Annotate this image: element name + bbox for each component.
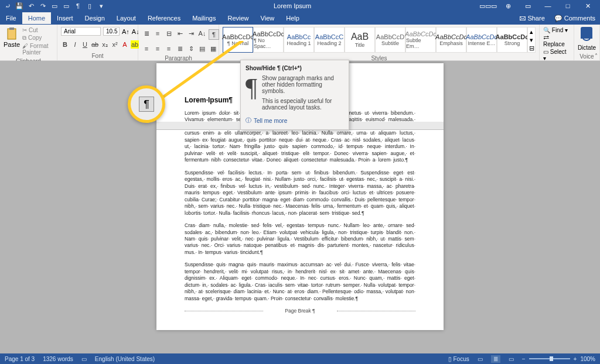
paragraph-text[interactable]: Cras· diam· nulla,· molestie· sed· felis… (185, 222, 415, 256)
paste-button[interactable]: Paste (4, 27, 20, 48)
qat-icon[interactable]: ▭ (62, 2, 70, 10)
tab-insert[interactable]: Insert (51, 12, 79, 24)
select-button[interactable]: ▭ Select ▾ (543, 49, 570, 61)
align-right-button[interactable]: ≡ (164, 44, 173, 53)
bullets-button[interactable]: ≣ (142, 29, 151, 37)
show-hide-button[interactable]: ¶ (209, 29, 219, 40)
style-intense[interactable]: AaBbCcDcIntense E… (466, 27, 497, 53)
status-bar: Page 1 of 3 1326 words ▭ English (United… (0, 353, 600, 364)
format-painter-button[interactable]: 🖌 Format Painter (22, 43, 53, 56)
qat-icon[interactable]: ▯ (86, 2, 94, 10)
justify-button[interactable]: ≣ (175, 44, 185, 53)
ribbon-tabs: File Home Insert Design Layout Reference… (0, 12, 600, 25)
style-subtleem[interactable]: AaBbCcDcSubtle Em… (405, 27, 436, 53)
save-icon[interactable]: 💾 (15, 2, 23, 10)
ribbon-display-icon[interactable]: ▭ (520, 2, 536, 10)
font-size-combo[interactable]: 10.5 (103, 27, 120, 36)
tab-references[interactable]: References (142, 12, 186, 24)
font-name-combo[interactable]: Arial (61, 27, 101, 36)
line-spacing-button[interactable]: ⇕ (186, 44, 196, 53)
tab-design[interactable]: Design (79, 12, 111, 24)
dictate-button[interactable]: Dictate (578, 27, 596, 51)
grow-font-icon[interactable]: A↑ (122, 28, 129, 35)
zoom-level[interactable]: 100% (580, 356, 595, 362)
close-icon[interactable]: ✕ (580, 2, 595, 10)
share-button[interactable]: 🖂 Share (514, 12, 549, 24)
styles-more-button[interactable]: ▴▾⊟ (527, 27, 536, 53)
style-heading2[interactable]: AaBbCcCHeading 2 (314, 27, 345, 53)
tab-mailings[interactable]: Mailings (186, 12, 221, 24)
style-normal[interactable]: AaBbCcDc¶ Normal (223, 27, 253, 53)
account-icon[interactable]: ▭▭▭ (480, 2, 496, 10)
word-count[interactable]: 1326 words (43, 356, 73, 362)
qat-icon[interactable]: ▭ (50, 2, 59, 10)
tab-file[interactable]: File (0, 12, 22, 24)
find-button[interactable]: 🔍 Find ▾ (543, 27, 570, 33)
pilcrow-qat-icon[interactable]: ¶ (74, 2, 82, 10)
document-title: Lorem Ipsum (109, 2, 476, 9)
style-emphasis[interactable]: AaBbCcDcEmphasis (436, 27, 466, 53)
style-title[interactable]: AaBTitle (345, 27, 375, 53)
autosave-icon[interactable]: ⤾ (4, 2, 12, 10)
ribbon-options-icon[interactable]: ⊕ (500, 2, 516, 10)
focus-mode-button[interactable]: ▯ Focus (448, 356, 469, 362)
italic-button[interactable]: I (71, 40, 79, 49)
zoom-out-icon[interactable]: − (522, 356, 526, 362)
replace-button[interactable]: ⮂ Replace (543, 35, 570, 47)
align-center-button[interactable]: ≡ (153, 44, 162, 53)
style-heading1[interactable]: AaBbCcHeading 1 (284, 27, 314, 53)
tell-me-more-link[interactable]: ⓘ Tell me more (246, 116, 344, 125)
spell-check-icon[interactable]: ▭ (81, 356, 87, 362)
zoom-control[interactable]: − + 100% (522, 356, 595, 362)
strike-button[interactable]: ab (91, 40, 99, 49)
ribbon: Paste ✂ Cut ⧉ Copy 🖌 Format Painter Clip… (0, 25, 600, 61)
numbering-button[interactable]: ≡ (153, 29, 162, 37)
increase-indent-button[interactable]: ⇥ (186, 29, 196, 37)
styles-gallery[interactable]: AaBbCcDc¶ Normal AaBbCcDc¶ No Spac… AaBb… (223, 27, 536, 53)
window-buttons: ▭▭▭ ⊕ ▭ — □ ✕ (476, 2, 600, 10)
language-status[interactable]: English (United States) (95, 356, 155, 362)
copy-button[interactable]: ⧉ Copy (22, 35, 53, 42)
view-read-icon[interactable]: ▭ (478, 356, 483, 362)
tab-home[interactable]: Home (22, 12, 51, 24)
bold-button[interactable]: B (61, 40, 69, 49)
qat-more-icon[interactable]: ▾ (97, 2, 105, 10)
paste-icon (5, 27, 19, 41)
decrease-indent-button[interactable]: ⇤ (175, 29, 185, 37)
collapse-ribbon-icon[interactable]: ˄ (595, 53, 598, 59)
subscript-button[interactable]: x₂ (101, 40, 109, 49)
zoom-slider[interactable] (529, 358, 570, 359)
style-strong[interactable]: AaBbCcDcStrong (497, 27, 527, 53)
undo-icon[interactable]: ↶ (27, 2, 35, 10)
group-font-label: Font (57, 53, 138, 60)
maximize-icon[interactable]: □ (560, 2, 575, 10)
tab-help[interactable]: Help (280, 12, 305, 24)
align-left-button[interactable]: ≡ (142, 44, 151, 53)
view-web-icon[interactable]: ▭ (509, 356, 514, 362)
tab-view[interactable]: View (255, 12, 281, 24)
view-print-icon[interactable]: ≣ (491, 355, 500, 363)
paragraph-text[interactable]: Suspendisse· quis· magna· quis· mauris· … (185, 262, 415, 302)
minimize-icon[interactable]: — (540, 2, 555, 10)
tab-review[interactable]: Review (222, 12, 255, 24)
tooltip-text: This is especially useful for advanced l… (262, 98, 344, 111)
underline-button[interactable]: U (81, 40, 89, 49)
sort-button[interactable]: A↓ (197, 29, 207, 37)
shading-button[interactable]: ▤ (197, 44, 207, 53)
font-color-button[interactable]: A (121, 40, 129, 49)
borders-button[interactable]: ▦ (209, 44, 218, 53)
superscript-button[interactable]: x² (111, 40, 119, 49)
style-subtitle[interactable]: AaBbCcDSubtitle (375, 27, 405, 53)
tab-layout[interactable]: Layout (111, 12, 142, 24)
quick-access-toolbar: ⤾ 💾 ↶ ↷ ▭ ▭ ¶ ▯ ▾ (0, 2, 109, 10)
page-count[interactable]: Page 1 of 3 (5, 356, 35, 362)
comments-button[interactable]: 💬 Comments (550, 12, 600, 25)
zoom-in-icon[interactable]: + (574, 356, 577, 362)
redo-icon[interactable]: ↷ (39, 2, 47, 10)
multilevel-button[interactable]: ⊟ (164, 29, 173, 37)
annotation-circle: ¶ (128, 85, 165, 123)
highlight-button[interactable]: ab (131, 40, 139, 49)
cut-button[interactable]: ✂ Cut (22, 27, 53, 33)
paragraph-text[interactable]: Suspendisse· vel· facilisis· lectus.· In… (185, 170, 415, 217)
style-nospacing[interactable]: AaBbCcDc¶ No Spac… (253, 27, 284, 53)
